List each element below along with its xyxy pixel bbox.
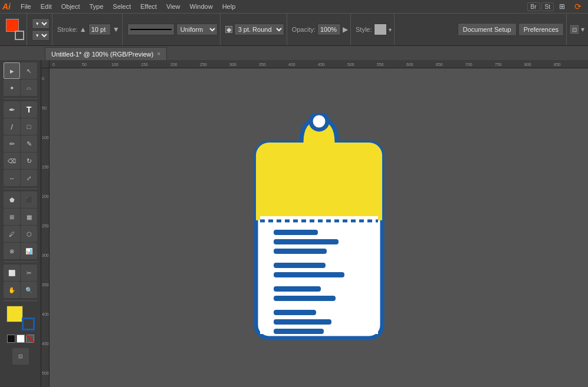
fill-color-box[interactable] — [6, 19, 19, 32]
svg-rect-42 — [274, 310, 316, 315]
stroke-line-section: Uniform — [125, 14, 221, 45]
width-section: ◆ 3 pt. Round — [223, 14, 287, 45]
opacity-input[interactable] — [317, 24, 341, 35]
width-icon[interactable]: ◆ — [225, 26, 232, 33]
tab-bar: Untitled-1* @ 100% (RGB/Preview) × — [0, 46, 588, 60]
stroke-uniform-select[interactable]: Uniform — [176, 24, 218, 35]
chart-tool[interactable]: 📊 — [21, 243, 37, 259]
rotate-tool[interactable]: ↻ — [21, 153, 37, 169]
live-paint-tool[interactable]: ⬛ — [21, 191, 37, 208]
slice-tool[interactable]: ✂ — [21, 264, 37, 281]
svg-point-32 — [311, 113, 327, 130]
style-swatch[interactable] — [374, 24, 387, 35]
svg-text:0: 0 — [52, 62, 55, 67]
svg-text:0: 0 — [42, 77, 44, 81]
eraser-icon: ⌫ — [8, 158, 16, 164]
menu-object[interactable]: Object — [57, 2, 84, 11]
fill-swatch[interactable] — [6, 306, 23, 322]
white-swatch[interactable] — [17, 335, 25, 343]
stroke-up-arrow[interactable]: ▲ — [80, 25, 87, 34]
width-type-select[interactable]: 3 pt. Round — [234, 24, 284, 35]
menu-effect[interactable]: Effect — [136, 2, 161, 11]
tab-close-button[interactable]: × — [157, 51, 160, 57]
arrange-dropdown[interactable]: ▾ — [581, 25, 584, 34]
tab-title: Untitled-1* @ 100% (RGB/Preview) — [51, 51, 153, 58]
chart-icon: 📊 — [25, 248, 32, 254]
artboard-tool[interactable]: ⬜ — [4, 264, 20, 281]
vertical-ruler: 0 50 100 150 200 250 300 350 400 450 500 — [41, 68, 50, 387]
sync-btn[interactable]: ⟳ — [570, 1, 586, 12]
stroke-type-select[interactable]: ▾ — [32, 30, 50, 41]
stroke-value-input[interactable] — [88, 24, 111, 35]
menu-edit[interactable]: Edit — [37, 2, 56, 11]
document-setup-button[interactable]: Document Setup — [458, 23, 517, 36]
blend-tool[interactable]: ⬡ — [21, 226, 37, 242]
none-swatch[interactable] — [26, 335, 34, 343]
menu-file[interactable]: File — [17, 2, 35, 11]
black-swatch[interactable] — [7, 335, 15, 343]
svg-text:450: 450 — [318, 62, 325, 67]
menu-window[interactable]: Window — [186, 2, 217, 11]
menu-select[interactable]: Select — [109, 2, 135, 11]
eyedrop-tool[interactable]: 🖊 — [4, 226, 20, 242]
menu-type[interactable]: Type — [86, 2, 108, 11]
stroke-color-box[interactable] — [15, 31, 24, 40]
scale-icon: ⤢ — [27, 175, 31, 181]
scale-tool[interactable]: ⤢ — [21, 170, 37, 186]
symbol-tool[interactable]: ⊗ — [4, 243, 20, 259]
type-icon: T — [27, 105, 32, 114]
grid-btn[interactable]: ⊞ — [555, 1, 569, 12]
fill-type-select[interactable]: ▾ — [32, 18, 50, 29]
svg-text:800: 800 — [524, 62, 531, 67]
opacity-arrow[interactable]: ▶ — [343, 25, 348, 34]
svg-text:500: 500 — [42, 371, 49, 375]
svg-text:250: 250 — [42, 224, 49, 228]
stroke-down-arrow[interactable]: ▼ — [113, 25, 120, 34]
svg-text:250: 250 — [200, 62, 207, 67]
layers-icon[interactable]: ⊡ — [12, 348, 29, 365]
svg-text:50: 50 — [42, 106, 47, 110]
rect-icon: □ — [27, 123, 31, 130]
hand-tool[interactable]: ✋ — [4, 282, 20, 298]
svg-text:550: 550 — [377, 62, 384, 67]
pen-tool[interactable]: ✒ — [4, 101, 20, 118]
line-tool[interactable]: / — [4, 118, 20, 135]
brush-tool[interactable]: ✏ — [4, 135, 20, 152]
svg-text:400: 400 — [42, 312, 49, 316]
select-tool[interactable]: ▸ — [4, 62, 20, 79]
hand-icon: ✋ — [8, 287, 15, 293]
shape-builder-tool[interactable]: ⬟ — [4, 191, 20, 208]
direct-select-tool[interactable]: ↖ — [21, 62, 37, 79]
gradient-tool[interactable]: ▦ — [21, 209, 37, 225]
preferences-button[interactable]: Preferences — [518, 23, 564, 36]
type-tool[interactable]: T — [21, 101, 37, 118]
bridge-btn[interactable]: Br — [527, 2, 540, 11]
zoom-icon: 🔍 — [25, 287, 32, 293]
stock-btn[interactable]: St — [541, 2, 554, 11]
style-dropdown-arrow[interactable]: ▾ — [389, 27, 392, 33]
menu-view[interactable]: View — [162, 2, 185, 11]
tool-row-5: ✏ ✎ — [4, 135, 37, 152]
eraser-tool[interactable]: ⌫ — [4, 153, 20, 169]
zoom-tool[interactable]: 🔍 — [21, 282, 37, 298]
lasso-tool[interactable]: ⌓ — [21, 80, 37, 96]
tool-row-2: ✦ ⌓ — [4, 80, 37, 96]
tool-row-13: ✋ 🔍 — [4, 282, 37, 298]
reflect-icon: ↔ — [9, 175, 15, 181]
stroke-line-select[interactable] — [127, 24, 175, 35]
document-tab[interactable]: Untitled-1* @ 100% (RGB/Preview) × — [45, 47, 167, 60]
svg-rect-41 — [274, 296, 336, 301]
menu-help[interactable]: Help — [218, 2, 240, 11]
style-label: Style: — [356, 26, 372, 33]
badge-svg — [251, 113, 387, 343]
artboard-area — [50, 68, 588, 387]
pencil-tool[interactable]: ✎ — [21, 135, 37, 152]
stroke-swatch[interactable] — [22, 317, 35, 330]
reflect-tool[interactable]: ↔ — [4, 170, 20, 186]
arrange-icon[interactable]: ⊡ — [569, 24, 580, 35]
mesh-tool[interactable]: ⊞ — [4, 209, 20, 225]
rect-tool[interactable]: □ — [21, 118, 37, 135]
magic-wand-tool[interactable]: ✦ — [4, 80, 20, 96]
symbol-icon: ⊗ — [9, 248, 14, 254]
canvas-corner — [41, 60, 50, 68]
